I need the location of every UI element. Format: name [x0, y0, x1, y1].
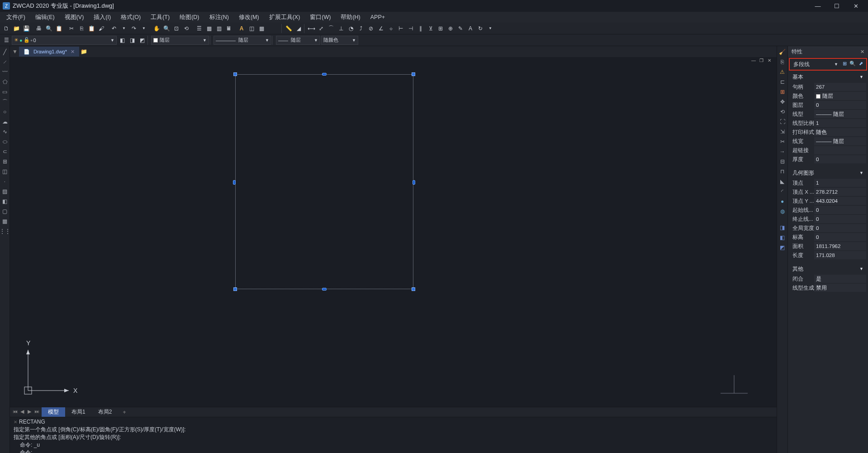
zoom-rt-icon[interactable]: 🔍 [162, 24, 171, 33]
menu-item[interactable]: 文件(F) [2, 12, 30, 23]
property-row[interactable]: 全局宽度0 [790, 224, 866, 233]
layer-iso-icon[interactable]: ◩ [138, 36, 147, 45]
property-row[interactable]: 闭合是 [790, 274, 866, 283]
publish-icon[interactable]: 📋 [54, 24, 63, 33]
dim-ang-icon[interactable]: ∠ [376, 24, 385, 33]
preview-icon[interactable]: 🔍 [44, 24, 53, 33]
redo-icon[interactable]: ↷ [129, 24, 138, 33]
mod3-icon[interactable]: ◩ [778, 243, 787, 252]
redo-dd-icon[interactable]: ▼ [139, 24, 148, 33]
layout-tab[interactable]: 布局2 [92, 407, 119, 417]
property-row[interactable]: 起始线...0 [790, 205, 866, 215]
dim-tedit-icon[interactable]: A [466, 24, 475, 33]
open-icon[interactable]: 📁 [12, 24, 21, 33]
lineweight-dropdown[interactable]: ——随层▼ [276, 36, 320, 45]
menu-item[interactable]: 标注(N) [205, 12, 233, 23]
dim-cont-icon[interactable]: ⊣ [406, 24, 415, 33]
print-icon[interactable]: 🖶 [34, 24, 43, 33]
dist-icon[interactable]: 📏 [284, 24, 293, 33]
doc-tab-menu-icon[interactable]: ▼ [11, 48, 19, 55]
property-row[interactable]: 线型比例1 [790, 119, 866, 128]
property-row[interactable]: 线型生成禁用 [790, 283, 866, 292]
grip-br[interactable] [412, 287, 415, 291]
offset-icon[interactable]: ⊏ [778, 78, 787, 86]
property-row[interactable]: 线型——— 随层 [790, 110, 866, 119]
revcloud-icon[interactable]: ☁ [1, 118, 9, 126]
tol-icon[interactable]: ⊞ [436, 24, 445, 33]
dim-edit-icon[interactable]: ✎ [456, 24, 465, 33]
text-icon[interactable]: A [237, 24, 246, 33]
rectangle-icon[interactable]: ▭ [1, 88, 9, 96]
arc-icon[interactable]: ⌒ [1, 98, 9, 106]
calc-icon[interactable]: 🖩 [224, 24, 233, 33]
property-row[interactable]: 图层0 [790, 100, 866, 110]
layout-last-icon[interactable]: ⏭ [33, 409, 40, 416]
property-row[interactable]: 打印样式随色 [790, 128, 866, 137]
selected-rectangle[interactable] [235, 74, 413, 289]
pedit-icon[interactable]: ◍ [778, 207, 787, 215]
menu-item[interactable]: 帮助(H) [336, 12, 365, 23]
menu-item[interactable]: 视图(V) [60, 12, 89, 23]
area-icon[interactable]: ◢ [294, 24, 303, 33]
property-row[interactable]: 标高0 [790, 233, 866, 242]
dim-rad-icon[interactable]: ◔ [346, 24, 356, 33]
stretch-icon[interactable]: ⇲ [778, 128, 787, 136]
section-geom-header[interactable]: 几何图形▼ [790, 167, 866, 178]
dim-upd-icon[interactable]: ↻ [476, 24, 485, 33]
dim-linear-icon[interactable]: ⟷ [307, 24, 316, 33]
toolpalette-icon[interactable]: ▥ [214, 24, 223, 33]
ellipsearc-icon[interactable]: ⊂ [1, 148, 9, 156]
ellipse-icon[interactable]: ⬭ [1, 138, 9, 146]
menu-item[interactable]: 扩展工具(X) [265, 12, 305, 23]
move-icon[interactable]: ✥ [778, 98, 787, 106]
explode-icon[interactable]: ● [778, 197, 787, 205]
property-row[interactable]: 顶点 X ...278.2712 [790, 187, 866, 196]
gradient-icon[interactable]: ◧ [1, 197, 9, 205]
grip-rm[interactable] [413, 180, 415, 185]
menu-item[interactable]: 格式(O) [116, 12, 145, 23]
cut-icon[interactable]: ✂ [67, 24, 76, 33]
save-icon[interactable]: 💾 [22, 24, 31, 33]
circle-icon[interactable]: ○ [1, 108, 9, 116]
minimize-button[interactable]: — [815, 3, 821, 9]
array-icon[interactable]: ⊞ [778, 88, 787, 96]
object-type-dropdown[interactable]: 多段线 ▼ [792, 61, 840, 68]
new-icon[interactable]: 🗋 [2, 24, 11, 33]
break-icon[interactable]: ⊟ [778, 157, 787, 166]
property-row[interactable]: 顶点 Y ...443.0204 [790, 196, 866, 205]
erase-icon[interactable]: 🧹 [778, 48, 787, 56]
paste-icon[interactable]: 📋 [87, 24, 96, 33]
block-icon[interactable]: ◫ [1, 167, 9, 176]
dim-space-icon[interactable]: ∥ [416, 24, 425, 33]
property-row[interactable]: 颜色随层 [790, 91, 866, 100]
xline-icon[interactable]: ⟋ [1, 58, 9, 66]
mtext-icon[interactable]: ⋮⋮ [1, 227, 9, 235]
copy-icon[interactable]: ⎘ [77, 24, 86, 33]
hatch-icon[interactable]: ▨ [1, 187, 9, 196]
rotate-icon[interactable]: ⟲ [778, 108, 787, 116]
scale-icon[interactable]: ⛶ [778, 118, 787, 126]
menu-item[interactable]: 窗口(W) [305, 12, 335, 23]
polygon-icon[interactable]: ⬠ [1, 78, 9, 86]
dim-base-icon[interactable]: ⊢ [396, 24, 405, 33]
dim-dd-icon[interactable]: ▼ [486, 24, 495, 33]
trim-icon[interactable]: ✂ [778, 138, 787, 146]
pan-icon[interactable]: ✋ [152, 24, 161, 33]
dim-break-icon[interactable]: ⊻ [426, 24, 435, 33]
doc-minimize-icon[interactable]: — [751, 58, 758, 63]
grip-bm[interactable] [322, 288, 327, 291]
insert-icon[interactable]: ⊞ [1, 157, 9, 166]
doc-restore-icon[interactable]: ❐ [759, 58, 766, 63]
doc-close-icon[interactable]: ✕ [768, 58, 774, 63]
zoom-prev-icon[interactable]: ⟲ [182, 24, 191, 33]
layer-prev-icon[interactable]: ◧ [118, 36, 127, 45]
line-icon[interactable]: ╱ [1, 48, 9, 56]
property-row[interactable]: 面积1811.7962 [790, 242, 866, 251]
maximize-button[interactable]: ☐ [834, 3, 840, 9]
grip-tm[interactable] [322, 73, 327, 76]
doc-tab-close-icon[interactable]: ✕ [71, 49, 75, 55]
select-obj-icon[interactable]: 🔍 [849, 61, 856, 68]
designcenter-icon[interactable]: ▦ [204, 24, 213, 33]
center-icon[interactable]: ⊕ [446, 24, 455, 33]
table-icon[interactable]: ▦ [257, 24, 266, 33]
